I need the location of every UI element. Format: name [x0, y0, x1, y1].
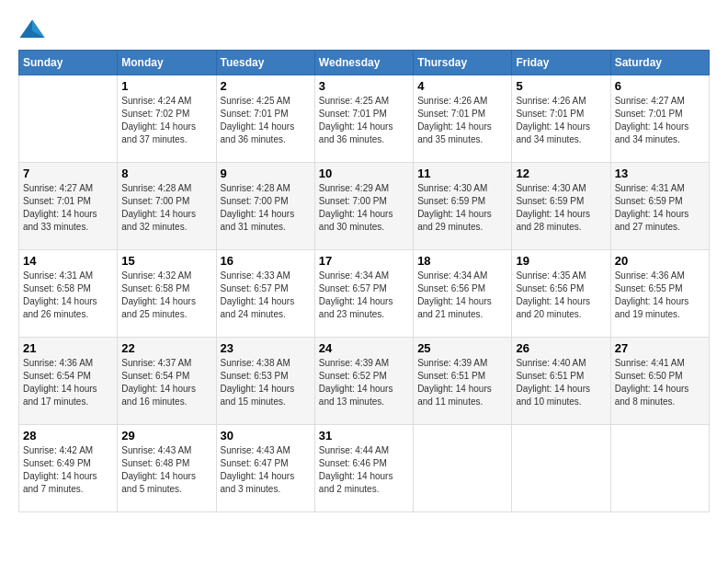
- date-number: 3: [319, 79, 409, 93]
- date-number: 27: [615, 341, 705, 355]
- calendar-cell: 19Sunrise: 4:35 AMSunset: 6:56 PMDayligh…: [512, 250, 610, 338]
- calendar-cell: 30Sunrise: 4:43 AMSunset: 6:47 PMDayligh…: [216, 425, 314, 512]
- date-number: 11: [417, 167, 507, 180]
- day-header-friday: Friday: [512, 51, 610, 75]
- calendar-cell: 10Sunrise: 4:29 AMSunset: 7:00 PMDayligh…: [314, 163, 413, 250]
- date-number: 24: [319, 341, 409, 355]
- date-number: 21: [23, 341, 113, 355]
- date-number: 16: [221, 254, 311, 268]
- date-number: 26: [516, 341, 606, 355]
- logo: [18, 18, 50, 40]
- cell-info: Sunrise: 4:33 AMSunset: 6:57 PMDaylight:…: [221, 270, 311, 321]
- day-header-sunday: Sunday: [19, 51, 118, 75]
- date-number: 20: [615, 254, 705, 268]
- cell-info: Sunrise: 4:30 AMSunset: 6:59 PMDaylight:…: [516, 182, 606, 234]
- cell-info: Sunrise: 4:26 AMSunset: 7:01 PMDaylight:…: [516, 95, 606, 146]
- date-number: 30: [221, 429, 311, 442]
- calendar-cell: 5Sunrise: 4:26 AMSunset: 7:01 PMDaylight…: [512, 75, 610, 163]
- calendar-cell: 6Sunrise: 4:27 AMSunset: 7:01 PMDaylight…: [610, 75, 709, 163]
- calendar-cell: 21Sunrise: 4:36 AMSunset: 6:54 PMDayligh…: [19, 338, 118, 425]
- cell-info: Sunrise: 4:44 AMSunset: 6:46 PMDaylight:…: [319, 444, 409, 496]
- calendar-cell: [414, 425, 512, 512]
- date-number: 28: [23, 429, 113, 442]
- date-number: 22: [121, 341, 211, 355]
- date-number: 18: [417, 254, 507, 268]
- day-header-saturday: Saturday: [610, 51, 709, 75]
- cell-info: Sunrise: 4:31 AMSunset: 6:58 PMDaylight:…: [23, 270, 113, 321]
- logo-icon: [18, 18, 46, 40]
- cell-info: Sunrise: 4:28 AMSunset: 7:00 PMDaylight:…: [221, 182, 311, 234]
- week-row-5: 28Sunrise: 4:42 AMSunset: 6:49 PMDayligh…: [19, 425, 710, 512]
- cell-info: Sunrise: 4:40 AMSunset: 6:51 PMDaylight:…: [516, 357, 606, 408]
- calendar-cell: 18Sunrise: 4:34 AMSunset: 6:56 PMDayligh…: [414, 250, 512, 338]
- date-number: 29: [121, 429, 211, 442]
- date-number: 19: [516, 254, 606, 268]
- cell-info: Sunrise: 4:34 AMSunset: 6:56 PMDaylight:…: [417, 270, 507, 321]
- calendar-cell: [19, 75, 118, 163]
- calendar-cell: 2Sunrise: 4:25 AMSunset: 7:01 PMDaylight…: [216, 75, 314, 163]
- cell-info: Sunrise: 4:27 AMSunset: 7:01 PMDaylight:…: [23, 182, 113, 234]
- calendar-cell: 3Sunrise: 4:25 AMSunset: 7:01 PMDaylight…: [314, 75, 413, 163]
- week-row-2: 7Sunrise: 4:27 AMSunset: 7:01 PMDaylight…: [19, 163, 710, 250]
- week-row-3: 14Sunrise: 4:31 AMSunset: 6:58 PMDayligh…: [19, 250, 710, 338]
- cell-info: Sunrise: 4:28 AMSunset: 7:00 PMDaylight:…: [121, 182, 211, 234]
- calendar-cell: 28Sunrise: 4:42 AMSunset: 6:49 PMDayligh…: [19, 425, 118, 512]
- date-number: 5: [516, 79, 606, 93]
- cell-info: Sunrise: 4:36 AMSunset: 6:54 PMDaylight:…: [23, 357, 113, 408]
- cell-info: Sunrise: 4:32 AMSunset: 6:58 PMDaylight:…: [121, 270, 211, 321]
- calendar-cell: 29Sunrise: 4:43 AMSunset: 6:48 PMDayligh…: [118, 425, 216, 512]
- calendar-cell: 7Sunrise: 4:27 AMSunset: 7:01 PMDaylight…: [19, 163, 118, 250]
- calendar-cell: 25Sunrise: 4:39 AMSunset: 6:51 PMDayligh…: [414, 338, 512, 425]
- calendar-cell: 27Sunrise: 4:41 AMSunset: 6:50 PMDayligh…: [610, 338, 709, 425]
- cell-info: Sunrise: 4:26 AMSunset: 7:01 PMDaylight:…: [417, 95, 507, 146]
- calendar-cell: [610, 425, 709, 512]
- calendar-cell: 22Sunrise: 4:37 AMSunset: 6:54 PMDayligh…: [118, 338, 216, 425]
- cell-info: Sunrise: 4:31 AMSunset: 6:59 PMDaylight:…: [615, 182, 705, 234]
- date-number: 7: [23, 167, 113, 180]
- calendar-cell: 31Sunrise: 4:44 AMSunset: 6:46 PMDayligh…: [314, 425, 413, 512]
- calendar-cell: 15Sunrise: 4:32 AMSunset: 6:58 PMDayligh…: [118, 250, 216, 338]
- week-row-1: 1Sunrise: 4:24 AMSunset: 7:02 PMDaylight…: [19, 75, 710, 163]
- date-number: 23: [221, 341, 311, 355]
- header: [18, 18, 710, 40]
- calendar-cell: 9Sunrise: 4:28 AMSunset: 7:00 PMDaylight…: [216, 163, 314, 250]
- cell-info: Sunrise: 4:35 AMSunset: 6:56 PMDaylight:…: [516, 270, 606, 321]
- calendar-cell: 24Sunrise: 4:39 AMSunset: 6:52 PMDayligh…: [314, 338, 413, 425]
- cell-info: Sunrise: 4:38 AMSunset: 6:53 PMDaylight:…: [221, 357, 311, 408]
- day-header-tuesday: Tuesday: [216, 51, 314, 75]
- cell-info: Sunrise: 4:34 AMSunset: 6:57 PMDaylight:…: [319, 270, 409, 321]
- calendar-table: SundayMondayTuesdayWednesdayThursdayFrid…: [18, 50, 710, 512]
- cell-info: Sunrise: 4:36 AMSunset: 6:55 PMDaylight:…: [615, 270, 705, 321]
- calendar-cell: 16Sunrise: 4:33 AMSunset: 6:57 PMDayligh…: [216, 250, 314, 338]
- calendar-cell: 1Sunrise: 4:24 AMSunset: 7:02 PMDaylight…: [118, 75, 216, 163]
- calendar-cell: 23Sunrise: 4:38 AMSunset: 6:53 PMDayligh…: [216, 338, 314, 425]
- date-number: 6: [615, 79, 705, 93]
- cell-info: Sunrise: 4:39 AMSunset: 6:52 PMDaylight:…: [319, 357, 409, 408]
- calendar-cell: 20Sunrise: 4:36 AMSunset: 6:55 PMDayligh…: [610, 250, 709, 338]
- date-number: 13: [615, 167, 705, 180]
- week-row-4: 21Sunrise: 4:36 AMSunset: 6:54 PMDayligh…: [19, 338, 710, 425]
- calendar-cell: 11Sunrise: 4:30 AMSunset: 6:59 PMDayligh…: [414, 163, 512, 250]
- date-number: 10: [319, 167, 409, 180]
- cell-info: Sunrise: 4:39 AMSunset: 6:51 PMDaylight:…: [417, 357, 507, 408]
- cell-info: Sunrise: 4:24 AMSunset: 7:02 PMDaylight:…: [121, 95, 211, 146]
- date-number: 8: [121, 167, 211, 180]
- cell-info: Sunrise: 4:29 AMSunset: 7:00 PMDaylight:…: [319, 182, 409, 234]
- cell-info: Sunrise: 4:42 AMSunset: 6:49 PMDaylight:…: [23, 444, 113, 496]
- cell-info: Sunrise: 4:27 AMSunset: 7:01 PMDaylight:…: [615, 95, 705, 146]
- date-number: 15: [121, 254, 211, 268]
- calendar-cell: 12Sunrise: 4:30 AMSunset: 6:59 PMDayligh…: [512, 163, 610, 250]
- date-number: 31: [319, 429, 409, 442]
- calendar-cell: 13Sunrise: 4:31 AMSunset: 6:59 PMDayligh…: [610, 163, 709, 250]
- cell-info: Sunrise: 4:25 AMSunset: 7:01 PMDaylight:…: [221, 95, 311, 146]
- cell-info: Sunrise: 4:43 AMSunset: 6:47 PMDaylight:…: [221, 444, 311, 496]
- date-number: 25: [417, 341, 507, 355]
- calendar-cell: [512, 425, 610, 512]
- date-number: 9: [221, 167, 311, 180]
- date-number: 12: [516, 167, 606, 180]
- day-header-thursday: Thursday: [414, 51, 512, 75]
- cell-info: Sunrise: 4:37 AMSunset: 6:54 PMDaylight:…: [121, 357, 211, 408]
- calendar-cell: 8Sunrise: 4:28 AMSunset: 7:00 PMDaylight…: [118, 163, 216, 250]
- date-number: 1: [121, 79, 211, 93]
- date-number: 14: [23, 254, 113, 268]
